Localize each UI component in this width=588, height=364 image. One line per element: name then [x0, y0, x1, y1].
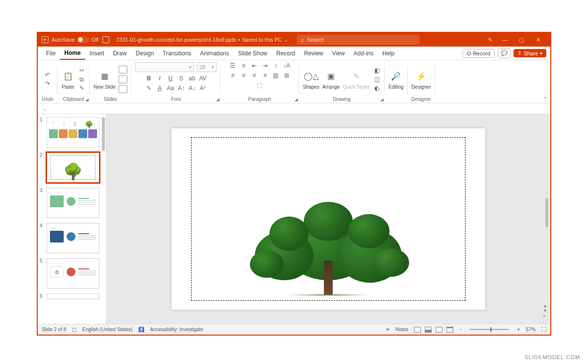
ribbon-collapse-icon[interactable]: ⌄: [543, 94, 547, 100]
justify-icon[interactable]: ≡: [261, 72, 269, 79]
cut-icon[interactable]: ✂: [78, 67, 86, 74]
zoom-value[interactable]: 57%: [526, 327, 536, 332]
grow-font-button[interactable]: A↑: [177, 85, 185, 92]
quick-styles-button[interactable]: ✎ Quick Styles: [343, 70, 370, 90]
editing-button[interactable]: 🔎 Editing: [389, 70, 404, 90]
tab-view[interactable]: View: [328, 47, 349, 60]
slide-canvas[interactable]: [172, 128, 485, 310]
slideshow-view-button[interactable]: [446, 327, 453, 333]
spellcheck-icon[interactable]: ▢: [72, 327, 76, 332]
zoom-slider[interactable]: [470, 329, 509, 330]
qat-chevron-icon[interactable]: ⌄: [43, 106, 47, 111]
thumbnail-scrollbar[interactable]: [102, 117, 105, 151]
slide-nav-arrows[interactable]: ▲▼≡: [543, 303, 547, 318]
tree-image[interactable]: [250, 197, 407, 295]
paste-button[interactable]: 📋 Paste: [61, 70, 75, 90]
clipboard-launcher-icon[interactable]: ◢: [85, 97, 89, 102]
record-button[interactable]: Record: [463, 49, 494, 58]
font-color-icon[interactable]: A: [156, 85, 164, 92]
arrange-button[interactable]: ▣ Arrange: [322, 70, 340, 90]
sorter-view-button[interactable]: [425, 327, 432, 333]
pen-icon[interactable]: ✎: [488, 37, 492, 43]
line-spacing-icon[interactable]: ↕: [272, 62, 280, 69]
tab-add-ins[interactable]: Add-ins: [349, 47, 378, 60]
clear-format-button[interactable]: Aˣ: [199, 85, 207, 92]
normal-view-button[interactable]: [414, 327, 421, 333]
thumbnail-3[interactable]: 3 ——————: [40, 188, 104, 218]
indent-increase-icon[interactable]: ⇥: [261, 62, 269, 69]
tab-help[interactable]: Help: [378, 47, 399, 60]
thumbnail-4[interactable]: 4 ——————: [40, 223, 104, 253]
language-status[interactable]: English (United States): [82, 327, 132, 332]
slide-canvas-area[interactable]: ▲▼≡: [106, 114, 550, 324]
tab-file[interactable]: File: [42, 47, 60, 60]
shape-outline-icon[interactable]: ◫: [373, 76, 381, 83]
smartart-icon[interactable]: ⬚: [256, 82, 264, 89]
format-painter-icon[interactable]: ✎: [78, 85, 86, 92]
shadow-button[interactable]: ab: [188, 75, 196, 82]
indent-decrease-icon[interactable]: ⇤: [250, 62, 258, 69]
copy-icon[interactable]: ⧉: [78, 76, 86, 83]
align-right-icon[interactable]: ≡: [250, 72, 258, 79]
fit-to-window-button[interactable]: ⛶: [541, 327, 546, 332]
highlight-icon[interactable]: ✎: [145, 85, 153, 92]
font-launcher-icon[interactable]: ◢: [216, 97, 220, 102]
shapes-button[interactable]: ◯△ Shapes: [303, 70, 319, 90]
numbering-icon[interactable]: ≡: [240, 62, 247, 69]
drawing-launcher-icon[interactable]: ◢: [380, 97, 384, 102]
font-size-dropdown[interactable]: 28▾: [197, 62, 217, 72]
autosave-toggle[interactable]: [77, 36, 90, 43]
reset-icon[interactable]: [119, 75, 127, 83]
zoom-out-button[interactable]: −: [459, 327, 462, 332]
thumbnail-panel[interactable]: 1 𖠰𖠰𖠰🌳 2: [38, 114, 106, 324]
bold-button[interactable]: B: [145, 75, 153, 82]
minimize-button[interactable]: —: [496, 37, 513, 43]
tab-review[interactable]: Review: [299, 47, 327, 60]
tab-transitions[interactable]: Transitions: [158, 47, 196, 60]
shape-fill-icon[interactable]: ◧: [373, 67, 381, 74]
thumbnail-1[interactable]: 1 𖠰𖠰𖠰🌳: [40, 117, 104, 147]
tab-record[interactable]: Record: [272, 47, 300, 60]
close-button[interactable]: ✕: [530, 37, 546, 43]
search-box[interactable]: ⌕ Search: [297, 35, 419, 45]
canvas-scrollbar[interactable]: [545, 198, 548, 227]
underline-button[interactable]: U: [167, 75, 174, 82]
tab-home[interactable]: Home: [60, 47, 85, 60]
layout-icon[interactable]: [119, 66, 127, 73]
new-slide-button[interactable]: ▦ New Slide: [94, 70, 116, 90]
accessibility-status[interactable]: Accessibility: Investigate: [150, 327, 203, 332]
thumbnail-5[interactable]: 5 —————— ✿: [40, 258, 104, 289]
align-left-icon[interactable]: ≡: [229, 72, 237, 79]
italic-button[interactable]: I: [156, 75, 164, 82]
reading-view-button[interactable]: [436, 327, 442, 333]
tab-animations[interactable]: Animations: [196, 47, 233, 60]
shape-effects-icon[interactable]: ◐: [373, 85, 381, 92]
align-text-icon[interactable]: ⊞: [283, 72, 291, 79]
tab-insert[interactable]: Insert: [85, 47, 109, 60]
redo-icon[interactable]: ↷: [44, 80, 51, 87]
thumbnail-6[interactable]: 6: [40, 293, 104, 299]
comments-button[interactable]: 💬: [498, 49, 511, 58]
tab-draw[interactable]: Draw: [109, 47, 131, 60]
align-center-icon[interactable]: ≡: [240, 72, 247, 79]
change-case-button[interactable]: Aa: [167, 85, 174, 92]
tab-design[interactable]: Design: [131, 47, 158, 60]
notes-button[interactable]: Notes: [395, 327, 408, 332]
saved-chevron-icon[interactable]: ⌄: [284, 37, 288, 42]
thumbnail-2[interactable]: 2 🌳: [40, 152, 104, 183]
font-family-dropdown[interactable]: ▾: [135, 62, 194, 72]
share-button[interactable]: ⇪ Share ▾: [514, 49, 546, 57]
undo-icon[interactable]: ↶: [44, 72, 51, 78]
designer-button[interactable]: ⚡ Designer: [412, 70, 431, 90]
char-spacing-button[interactable]: AV: [199, 75, 207, 82]
zoom-in-button[interactable]: +: [517, 327, 520, 332]
bullets-icon[interactable]: ☰: [229, 62, 237, 69]
text-direction-icon[interactable]: ↓A: [283, 62, 291, 69]
tab-slide-show[interactable]: Slide Show: [234, 47, 272, 60]
section-icon[interactable]: [119, 85, 127, 93]
columns-icon[interactable]: ▥: [272, 72, 280, 79]
strikethrough-button[interactable]: S: [177, 75, 185, 82]
maximize-button[interactable]: ▢: [513, 37, 530, 43]
paragraph-launcher-icon[interactable]: ◢: [294, 97, 298, 102]
shrink-font-button[interactable]: A↓: [188, 85, 196, 92]
